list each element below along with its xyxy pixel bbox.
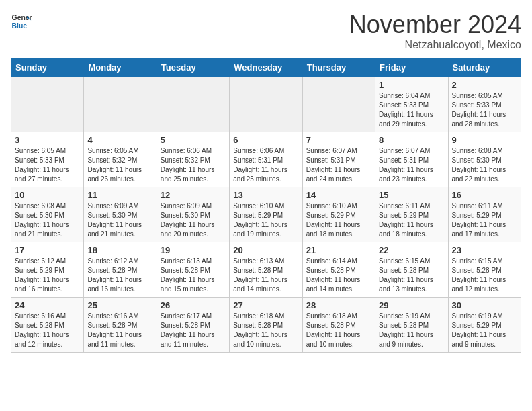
calendar-cell: 11Sunrise: 6:09 AM Sunset: 5:30 PM Dayli… bbox=[84, 187, 157, 242]
calendar-table: SundayMondayTuesdayWednesdayThursdayFrid… bbox=[11, 58, 521, 353]
calendar-cell bbox=[230, 77, 302, 132]
day-number: 4 bbox=[87, 135, 152, 145]
calendar-cell: 9Sunrise: 6:08 AM Sunset: 5:30 PM Daylig… bbox=[448, 132, 521, 187]
day-info: Sunrise: 6:16 AM Sunset: 5:28 PM Dayligh… bbox=[15, 312, 80, 349]
day-number: 12 bbox=[161, 190, 226, 200]
day-info: Sunrise: 6:06 AM Sunset: 5:32 PM Dayligh… bbox=[161, 146, 226, 184]
calendar-cell: 13Sunrise: 6:10 AM Sunset: 5:29 PM Dayli… bbox=[230, 187, 302, 242]
day-number: 27 bbox=[233, 300, 298, 310]
month-title: November 2024 bbox=[349, 11, 521, 39]
calendar-cell: 27Sunrise: 6:18 AM Sunset: 5:28 PM Dayli… bbox=[230, 298, 302, 353]
calendar-cell: 25Sunrise: 6:16 AM Sunset: 5:28 PM Dayli… bbox=[84, 298, 157, 353]
day-info: Sunrise: 6:09 AM Sunset: 5:30 PM Dayligh… bbox=[161, 201, 226, 239]
day-info: Sunrise: 6:12 AM Sunset: 5:28 PM Dayligh… bbox=[87, 257, 152, 294]
day-number: 10 bbox=[15, 190, 80, 200]
calendar-cell: 10Sunrise: 6:08 AM Sunset: 5:30 PM Dayli… bbox=[11, 187, 84, 242]
day-info: Sunrise: 6:18 AM Sunset: 5:28 PM Dayligh… bbox=[306, 312, 371, 349]
calendar-cell: 18Sunrise: 6:12 AM Sunset: 5:28 PM Dayli… bbox=[84, 242, 157, 298]
day-number: 5 bbox=[161, 135, 226, 145]
calendar-cell bbox=[302, 77, 375, 132]
day-info: Sunrise: 6:05 AM Sunset: 5:32 PM Dayligh… bbox=[87, 146, 152, 184]
day-info: Sunrise: 6:15 AM Sunset: 5:28 PM Dayligh… bbox=[452, 257, 517, 294]
day-number: 9 bbox=[452, 135, 517, 145]
day-number: 18 bbox=[87, 245, 152, 255]
day-number: 15 bbox=[379, 190, 444, 200]
calendar-week-3: 10Sunrise: 6:08 AM Sunset: 5:30 PM Dayli… bbox=[11, 187, 521, 242]
svg-text:Blue: Blue bbox=[12, 22, 28, 30]
day-number: 13 bbox=[233, 190, 298, 200]
day-number: 20 bbox=[233, 245, 298, 255]
day-number: 2 bbox=[452, 80, 517, 90]
weekday-header-row: SundayMondayTuesdayWednesdayThursdayFrid… bbox=[11, 58, 521, 77]
calendar-cell: 19Sunrise: 6:13 AM Sunset: 5:28 PM Dayli… bbox=[157, 242, 229, 298]
day-info: Sunrise: 6:05 AM Sunset: 5:33 PM Dayligh… bbox=[452, 91, 517, 129]
calendar-cell: 23Sunrise: 6:15 AM Sunset: 5:28 PM Dayli… bbox=[448, 242, 521, 298]
day-number: 11 bbox=[87, 190, 152, 200]
day-number: 28 bbox=[306, 300, 371, 310]
day-info: Sunrise: 6:12 AM Sunset: 5:29 PM Dayligh… bbox=[15, 257, 80, 294]
title-block: November 2024 Netzahualcoyotl, Mexico bbox=[349, 11, 521, 51]
day-number: 1 bbox=[379, 80, 444, 90]
day-number: 29 bbox=[379, 300, 444, 310]
calendar-cell: 12Sunrise: 6:09 AM Sunset: 5:30 PM Dayli… bbox=[157, 187, 229, 242]
calendar-week-4: 17Sunrise: 6:12 AM Sunset: 5:29 PM Dayli… bbox=[11, 242, 521, 298]
calendar-week-5: 24Sunrise: 6:16 AM Sunset: 5:28 PM Dayli… bbox=[11, 298, 521, 353]
calendar-cell: 3Sunrise: 6:05 AM Sunset: 5:33 PM Daylig… bbox=[11, 132, 84, 187]
day-number: 25 bbox=[87, 300, 152, 310]
day-number: 8 bbox=[379, 135, 444, 145]
calendar-cell: 26Sunrise: 6:17 AM Sunset: 5:28 PM Dayli… bbox=[157, 298, 229, 353]
calendar-cell: 5Sunrise: 6:06 AM Sunset: 5:32 PM Daylig… bbox=[157, 132, 229, 187]
calendar-cell bbox=[84, 77, 157, 132]
day-info: Sunrise: 6:07 AM Sunset: 5:31 PM Dayligh… bbox=[379, 146, 444, 184]
calendar-cell: 2Sunrise: 6:05 AM Sunset: 5:33 PM Daylig… bbox=[448, 77, 521, 132]
day-number: 21 bbox=[306, 245, 371, 255]
day-info: Sunrise: 6:08 AM Sunset: 5:30 PM Dayligh… bbox=[452, 146, 517, 184]
day-info: Sunrise: 6:19 AM Sunset: 5:29 PM Dayligh… bbox=[452, 312, 517, 349]
day-info: Sunrise: 6:15 AM Sunset: 5:28 PM Dayligh… bbox=[379, 257, 444, 294]
calendar-cell: 20Sunrise: 6:13 AM Sunset: 5:28 PM Dayli… bbox=[230, 242, 302, 298]
calendar-cell: 6Sunrise: 6:06 AM Sunset: 5:31 PM Daylig… bbox=[230, 132, 302, 187]
day-info: Sunrise: 6:14 AM Sunset: 5:28 PM Dayligh… bbox=[306, 257, 371, 294]
page-header: General Blue November 2024 Netzahualcoyo… bbox=[11, 11, 521, 51]
location: Netzahualcoyotl, Mexico bbox=[349, 39, 521, 51]
day-info: Sunrise: 6:16 AM Sunset: 5:28 PM Dayligh… bbox=[87, 312, 152, 349]
day-info: Sunrise: 6:08 AM Sunset: 5:30 PM Dayligh… bbox=[15, 201, 80, 239]
calendar-cell: 16Sunrise: 6:11 AM Sunset: 5:29 PM Dayli… bbox=[448, 187, 521, 242]
day-info: Sunrise: 6:13 AM Sunset: 5:28 PM Dayligh… bbox=[233, 257, 298, 294]
day-info: Sunrise: 6:13 AM Sunset: 5:28 PM Dayligh… bbox=[161, 257, 226, 294]
day-number: 26 bbox=[161, 300, 226, 310]
day-info: Sunrise: 6:19 AM Sunset: 5:28 PM Dayligh… bbox=[379, 312, 444, 349]
calendar-cell: 4Sunrise: 6:05 AM Sunset: 5:32 PM Daylig… bbox=[84, 132, 157, 187]
calendar-cell: 8Sunrise: 6:07 AM Sunset: 5:31 PM Daylig… bbox=[375, 132, 448, 187]
calendar-cell: 28Sunrise: 6:18 AM Sunset: 5:28 PM Dayli… bbox=[302, 298, 375, 353]
weekday-header-friday: Friday bbox=[375, 58, 448, 77]
day-info: Sunrise: 6:11 AM Sunset: 5:29 PM Dayligh… bbox=[452, 201, 517, 239]
calendar-week-2: 3Sunrise: 6:05 AM Sunset: 5:33 PM Daylig… bbox=[11, 132, 521, 187]
day-info: Sunrise: 6:17 AM Sunset: 5:28 PM Dayligh… bbox=[161, 312, 226, 349]
calendar-cell: 21Sunrise: 6:14 AM Sunset: 5:28 PM Dayli… bbox=[302, 242, 375, 298]
weekday-header-tuesday: Tuesday bbox=[157, 58, 229, 77]
calendar-cell: 22Sunrise: 6:15 AM Sunset: 5:28 PM Dayli… bbox=[375, 242, 448, 298]
day-number: 17 bbox=[15, 245, 80, 255]
day-number: 16 bbox=[452, 190, 517, 200]
weekday-header-sunday: Sunday bbox=[11, 58, 84, 77]
day-number: 3 bbox=[15, 135, 80, 145]
day-info: Sunrise: 6:04 AM Sunset: 5:33 PM Dayligh… bbox=[379, 91, 444, 129]
day-info: Sunrise: 6:10 AM Sunset: 5:29 PM Dayligh… bbox=[233, 201, 298, 239]
day-info: Sunrise: 6:07 AM Sunset: 5:31 PM Dayligh… bbox=[306, 146, 371, 184]
weekday-header-wednesday: Wednesday bbox=[230, 58, 302, 77]
day-number: 30 bbox=[452, 300, 517, 310]
day-number: 7 bbox=[306, 135, 371, 145]
day-info: Sunrise: 6:06 AM Sunset: 5:31 PM Dayligh… bbox=[233, 146, 298, 184]
svg-text:General: General bbox=[12, 14, 32, 21]
calendar-cell: 17Sunrise: 6:12 AM Sunset: 5:29 PM Dayli… bbox=[11, 242, 84, 298]
calendar-cell bbox=[157, 77, 229, 132]
weekday-header-monday: Monday bbox=[84, 58, 157, 77]
calendar-cell: 1Sunrise: 6:04 AM Sunset: 5:33 PM Daylig… bbox=[375, 77, 448, 132]
day-number: 6 bbox=[233, 135, 298, 145]
calendar-cell: 14Sunrise: 6:10 AM Sunset: 5:29 PM Dayli… bbox=[302, 187, 375, 242]
day-info: Sunrise: 6:09 AM Sunset: 5:30 PM Dayligh… bbox=[87, 201, 152, 239]
day-number: 14 bbox=[306, 190, 371, 200]
day-number: 23 bbox=[452, 245, 517, 255]
weekday-header-saturday: Saturday bbox=[448, 58, 521, 77]
